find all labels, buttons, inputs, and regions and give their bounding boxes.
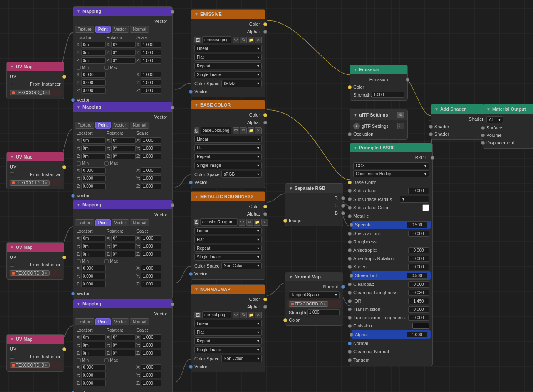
mapping1-y-row: Y: 0m Y: 0° Y: 1.000 [73,49,172,57]
tab-point-2[interactable]: Point [95,122,111,129]
normal-map-node: ▼ Normal Map Normal Tangent Space▾ TEXCO… [285,272,343,326]
emission-title: Emission [359,67,379,72]
separate-rgb-title: Separate RGB [295,186,325,191]
shield-icon[interactable]: 🛡 [233,37,239,43]
flat-dropdown[interactable]: Flat▾ [194,54,262,61]
tab-texture-1[interactable]: Texture [75,26,94,33]
subsurface-color-swatch[interactable] [422,204,429,211]
socket-mapping1-vector-in[interactable] [71,98,75,102]
socket-uv-out-1[interactable] [62,75,66,79]
tab-vector-1[interactable]: Vector [112,26,129,33]
min-cb-1[interactable] [77,66,81,70]
colorspace-dropdown[interactable]: sRGB▾ [221,80,262,87]
normal-map-header: ▼ Normal Map [285,272,343,281]
texcoord-row-2: TEXCOORD_0 × [8,179,62,186]
socket-subsurface[interactable] [348,189,352,193]
socket-mapping2-vector-out[interactable] [171,106,174,109]
emission-shader-node: ▼ Emission Emission Color Strength: 1.00… [350,65,408,101]
linear-dropdown[interactable]: Linear▾ [194,45,262,52]
socket-emission-color-in[interactable] [348,85,352,89]
socket-bsdf-out[interactable] [431,156,434,160]
close-icon-emissive[interactable]: ✕ [255,37,262,43]
folder-icon[interactable]: 📁 [248,37,254,43]
mapping1-vector-label: Vector [73,17,172,25]
socket-addshader-in2[interactable] [429,132,433,136]
socket-sep-g[interactable] [341,204,345,208]
socket-normalmap-color-in[interactable] [283,318,287,322]
mapping1-minmax: Min Max [73,65,172,71]
scale-x-1[interactable]: 1.000 [141,42,161,48]
socket-emissive-alpha[interactable] [263,30,267,34]
emissive-title: EMISSIVE [200,12,222,17]
socket-metallic-color[interactable] [263,205,267,208]
mapping-header-2: ▼ Mapping [73,102,172,112]
tab-vector-2[interactable]: Vector [112,122,129,129]
emissive-header: ▼ EMISSIVE [191,10,265,19]
loc-x-1[interactable]: 0m [81,42,106,48]
socket-emission-out[interactable] [406,78,409,82]
socket-metallic-alpha[interactable] [263,212,267,216]
socket-volume[interactable] [481,134,485,137]
mapping-node-4: ▼ Mapping Vector Texture Point Vector No… [73,299,173,392]
add-shader-header: ▼ Add Shader [431,104,488,114]
texcoord-remove-2[interactable]: × [45,181,47,185]
basecolor-title: BASE COLOR [200,102,231,107]
single-image-dropdown[interactable]: Single Image▾ [194,71,262,78]
socket-gtf-occlusion[interactable] [348,132,352,136]
socket-emissive-color[interactable] [263,22,267,26]
mapping-header-3: ▼ Mapping [73,200,172,209]
mapping-title-1: Mapping [82,9,101,14]
socket-mapping3-vector-out[interactable] [171,203,174,207]
mapping1-headers: Location: Rotation: Scale: [73,34,172,41]
mapping-header-4: ▼ Mapping [73,299,172,308]
uvmap-node-1: ▼ UV Map UV From Instancer TEXCOORD_0 × [6,62,64,99]
socket-basecolor-color[interactable] [263,113,267,117]
tab-texture-2[interactable]: Texture [75,122,94,129]
socket-uv-out-3[interactable] [62,256,66,259]
max-cb-1[interactable] [104,66,109,70]
mapping-title-2: Mapping [82,104,101,109]
repeat-dropdown[interactable]: Repeat▾ [194,62,262,69]
gtf-icon[interactable]: ⚙ [397,112,404,118]
socket-surface[interactable] [481,126,485,130]
copy-icon[interactable]: ⧉ [240,37,247,43]
tab-normal-2[interactable]: Normal [130,122,149,129]
material-output-title: Material Output [492,107,526,112]
normal-map-title: Normal Map [295,274,321,279]
socket-normalmap-alpha[interactable] [263,305,267,309]
tab-point-1[interactable]: Point [95,26,111,33]
socket-mapping1-vector-out[interactable] [171,10,174,14]
mapping-header-1: ▼ Mapping [73,7,172,16]
separate-rgb-node: ▼ Separate RGB R G B Image [285,183,343,226]
mapping1-min-z-row: Z:0.000 Z:1.000 [73,87,172,94]
normalmap-title: NORMALMAP [200,287,231,292]
mapping1-min-y-row: Y:0.000 Y:1.000 [73,79,172,87]
socket-sep-b[interactable] [341,211,345,215]
rot-x-1[interactable]: 0° [111,42,136,48]
socket-mapping2-vector-in[interactable] [71,194,75,198]
socket-base-color[interactable] [348,181,352,184]
socket-normalmap-out[interactable] [341,285,345,289]
socket-normalmap-color[interactable] [263,298,267,301]
gtf-title: glTF Settings [359,112,388,117]
socket-uv-out-2[interactable] [62,165,66,169]
uvmap-node-3: ▼ UV Map UV From Instancer TEXCOORD_0 × [6,242,64,280]
socket-sep-r[interactable] [341,196,345,200]
uvmap-header-1: ▼ UV Map [7,62,64,71]
emissive-filename[interactable]: emissive.png [202,36,231,43]
from-instancer-cb-2[interactable] [10,172,14,176]
tab-normal-1[interactable]: Normal [130,26,149,33]
from-instancer-cb[interactable] [10,82,14,86]
socket-basecolor-alpha[interactable] [263,121,267,124]
normalmap-node: ▼ NORMALMAP Color Alpha: 🖼 normal.png 🛡 … [191,284,265,372]
uv-row: UV [7,73,64,80]
uv-row-2: UV [7,163,64,171]
basecolor-header: ▼ BASE COLOR [191,100,265,109]
socket-addshader-in1[interactable] [429,125,433,129]
socket-emissive-vector-in[interactable] [189,90,193,94]
mapping-title-4: Mapping [82,301,101,306]
socket-displacement[interactable] [481,141,485,145]
texcoord-remove-1[interactable]: × [45,90,47,95]
uvmap-node-4: ▼ UV Map UV From Instancer TEXCOORD_0 × [6,334,64,372]
socket-sep-image-in[interactable] [283,219,287,223]
